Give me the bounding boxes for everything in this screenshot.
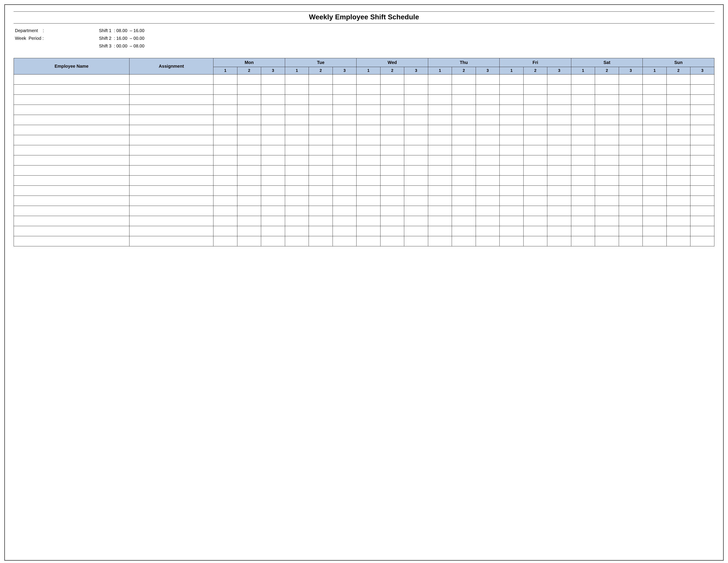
cell-shift[interactable] [404, 145, 428, 155]
cell-shift[interactable] [523, 206, 547, 216]
cell-shift[interactable] [595, 115, 619, 125]
cell-employee-name[interactable] [14, 95, 129, 105]
cell-shift[interactable] [237, 135, 261, 145]
cell-shift[interactable] [309, 206, 333, 216]
cell-shift[interactable] [333, 155, 357, 165]
cell-shift[interactable] [666, 165, 690, 176]
cell-shift[interactable] [404, 196, 428, 206]
cell-shift[interactable] [380, 186, 404, 196]
cell-shift[interactable] [309, 236, 333, 246]
cell-shift[interactable] [428, 95, 452, 105]
cell-shift[interactable] [643, 226, 667, 236]
cell-shift[interactable] [476, 95, 500, 105]
cell-shift[interactable] [523, 236, 547, 246]
cell-shift[interactable] [643, 135, 667, 145]
cell-shift[interactable] [595, 165, 619, 176]
cell-shift[interactable] [571, 105, 595, 115]
cell-shift[interactable] [690, 206, 714, 216]
cell-shift[interactable] [333, 95, 357, 105]
cell-shift[interactable] [285, 85, 309, 95]
cell-shift[interactable] [261, 125, 285, 135]
cell-shift[interactable] [404, 74, 428, 85]
cell-shift[interactable] [428, 165, 452, 176]
cell-shift[interactable] [213, 145, 237, 155]
cell-shift[interactable] [261, 155, 285, 165]
cell-shift[interactable] [285, 135, 309, 145]
cell-shift[interactable] [476, 135, 500, 145]
cell-shift[interactable] [285, 196, 309, 206]
cell-shift[interactable] [428, 115, 452, 125]
cell-shift[interactable] [666, 74, 690, 85]
cell-shift[interactable] [428, 145, 452, 155]
cell-shift[interactable] [357, 135, 380, 145]
cell-shift[interactable] [380, 125, 404, 135]
cell-shift[interactable] [500, 236, 524, 246]
cell-shift[interactable] [357, 196, 380, 206]
cell-employee-name[interactable] [14, 186, 129, 196]
cell-shift[interactable] [380, 135, 404, 145]
cell-shift[interactable] [285, 216, 309, 226]
cell-shift[interactable] [380, 105, 404, 115]
cell-shift[interactable] [285, 206, 309, 216]
cell-shift[interactable] [285, 125, 309, 135]
cell-shift[interactable] [666, 216, 690, 226]
cell-shift[interactable] [643, 125, 667, 135]
cell-shift[interactable] [571, 165, 595, 176]
cell-shift[interactable] [452, 206, 476, 216]
cell-shift[interactable] [571, 145, 595, 155]
cell-shift[interactable] [357, 176, 380, 186]
cell-shift[interactable] [452, 196, 476, 206]
cell-employee-name[interactable] [14, 85, 129, 95]
cell-shift[interactable] [237, 236, 261, 246]
cell-shift[interactable] [643, 74, 667, 85]
cell-shift[interactable] [213, 125, 237, 135]
cell-employee-name[interactable] [14, 155, 129, 165]
cell-employee-name[interactable] [14, 125, 129, 135]
cell-shift[interactable] [476, 196, 500, 206]
cell-shift[interactable] [523, 125, 547, 135]
cell-shift[interactable] [523, 74, 547, 85]
cell-shift[interactable] [666, 206, 690, 216]
cell-shift[interactable] [237, 155, 261, 165]
cell-shift[interactable] [404, 236, 428, 246]
cell-employee-name[interactable] [14, 105, 129, 115]
cell-shift[interactable] [333, 85, 357, 95]
cell-shift[interactable] [213, 226, 237, 236]
cell-shift[interactable] [261, 206, 285, 216]
cell-shift[interactable] [690, 105, 714, 115]
cell-shift[interactable] [452, 186, 476, 196]
cell-shift[interactable] [666, 226, 690, 236]
cell-shift[interactable] [213, 135, 237, 145]
cell-shift[interactable] [309, 165, 333, 176]
cell-shift[interactable] [500, 95, 524, 105]
cell-shift[interactable] [476, 236, 500, 246]
cell-shift[interactable] [404, 155, 428, 165]
cell-shift[interactable] [261, 226, 285, 236]
cell-shift[interactable] [523, 105, 547, 115]
cell-shift[interactable] [428, 105, 452, 115]
cell-shift[interactable] [643, 115, 667, 125]
cell-shift[interactable] [285, 115, 309, 125]
cell-shift[interactable] [571, 216, 595, 226]
cell-shift[interactable] [476, 216, 500, 226]
cell-shift[interactable] [404, 85, 428, 95]
cell-shift[interactable] [619, 186, 643, 196]
cell-shift[interactable] [595, 135, 619, 145]
cell-shift[interactable] [428, 186, 452, 196]
cell-shift[interactable] [333, 236, 357, 246]
cell-shift[interactable] [690, 125, 714, 135]
cell-shift[interactable] [213, 206, 237, 216]
cell-shift[interactable] [523, 95, 547, 105]
cell-shift[interactable] [380, 85, 404, 95]
cell-shift[interactable] [500, 105, 524, 115]
cell-shift[interactable] [452, 135, 476, 145]
cell-shift[interactable] [309, 155, 333, 165]
cell-shift[interactable] [380, 226, 404, 236]
cell-shift[interactable] [309, 196, 333, 206]
cell-shift[interactable] [547, 196, 571, 206]
cell-shift[interactable] [547, 236, 571, 246]
cell-shift[interactable] [261, 165, 285, 176]
cell-shift[interactable] [261, 176, 285, 186]
cell-shift[interactable] [523, 226, 547, 236]
cell-shift[interactable] [547, 216, 571, 226]
